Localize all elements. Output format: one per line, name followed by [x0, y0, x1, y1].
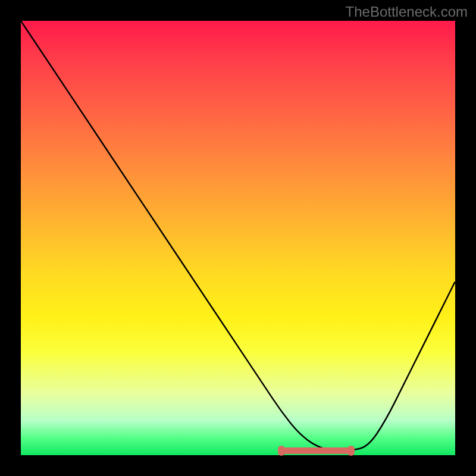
- watermark-text: TheBottleneck.com: [346, 4, 468, 20]
- optimal-range-right-cap: [347, 446, 355, 456]
- bottleneck-curve: [21, 21, 455, 455]
- optimal-range-bar: [281, 447, 351, 454]
- chart-plot-area: [21, 21, 455, 455]
